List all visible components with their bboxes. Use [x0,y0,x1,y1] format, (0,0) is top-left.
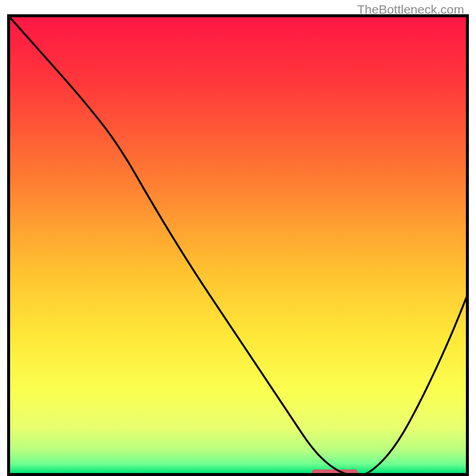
watermark-text: TheBottleneck.com [357,2,464,17]
bottleneck-chart [7,14,469,476]
svg-rect-0 [10,17,466,473]
